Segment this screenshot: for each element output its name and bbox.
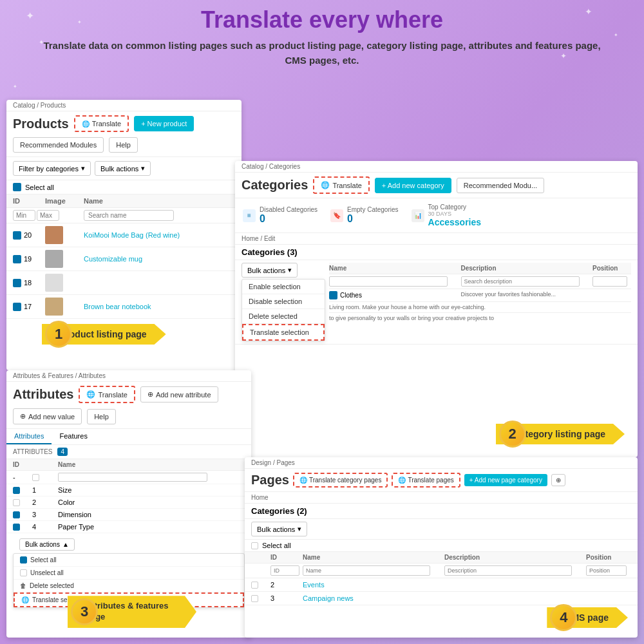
page-row-checkbox[interactable] [251,582,258,589]
products-title: Products [13,117,69,131]
top-category-stat: 📊 Top Category 30 DAYS Accessories [412,204,482,227]
tab-features[interactable]: Features [52,429,95,444]
col-image-header: Image [45,197,84,205]
filter-categories-button[interactable]: Filter by categories ▾ [13,161,91,176]
add-attribute-button[interactable]: ⊕ Add new attribute [140,386,218,402]
table-row: 18 [6,271,242,295]
row-checkbox[interactable] [13,279,21,287]
attr-checkbox-3[interactable] [13,511,20,518]
add-value-button[interactable]: ⊕ Add new value [13,408,82,424]
products-table-header: ID Image Name [6,194,242,208]
category-desc-filter[interactable] [461,276,580,287]
recommended-modules-button[interactable]: Recommended Modules [13,137,104,153]
translate-icon: 🌐 [299,477,307,484]
disable-selection-item[interactable]: Disable selection [242,294,325,309]
table-row: 20 KoiMooi Mode Bag (Red wine) [6,223,242,247]
attr-row-4: 4 Paper Type [6,521,251,533]
pages-breadcrumb: Design / Pages [245,457,638,469]
main-title: Translate every where [0,6,644,33]
plus-icon: ⊕ [147,390,153,399]
page-pos-filter[interactable] [586,565,627,576]
select-all-item[interactable]: Select all [14,554,244,567]
chevron-down-icon: ▾ [141,164,145,173]
product-name-link[interactable]: Brown bear notebook [84,303,235,310]
select-all-row: Select all [6,180,242,194]
trash-icon: 🗑 [20,582,26,589]
delete-selected-item[interactable]: 🗑 Delete selected [14,580,244,592]
attr-bulk-area: Bulk actions ▲ [6,533,251,553]
attributes-translate-button[interactable]: 🌐 Translate [79,386,135,403]
category-name-filter[interactable] [329,276,448,287]
row-checkbox[interactable] [13,255,21,263]
chevron-down-icon: ▾ [298,525,301,533]
translate-pages-button[interactable]: 🌐 Translate pages [392,473,460,488]
product-thumbnail [45,226,63,244]
attributes-panel: Attributes & Features / Attributes Attri… [6,370,251,638]
unselect-all-item[interactable]: Unselect all [14,567,244,580]
translate-icon: 🌐 [321,181,330,189]
help-button[interactable]: Help [109,137,138,153]
id-min-input[interactable] [13,210,35,221]
name-search-input[interactable] [84,210,174,221]
page-name-link[interactable]: Events [303,581,444,589]
pages-table-filter [245,564,638,578]
attr-count-row: ATTRIBUTES 4 [6,445,251,459]
delete-selected-item[interactable]: Delete selected [242,309,325,324]
attr-filter-row: - [6,471,251,484]
attributes-title: Attributes [13,387,73,402]
page-desc-filter[interactable] [444,565,572,576]
bulk-actions-button[interactable]: Bulk actions ▾ [95,161,151,176]
category-row-checkbox[interactable] [329,291,337,299]
categories-panel: Catalog / Categories Categories 🌐 Transl… [235,161,638,457]
attr-name-filter[interactable] [58,473,207,482]
attr-checkbox-2[interactable] [13,499,20,506]
category-pos-filter[interactable] [592,276,627,287]
attributes-header: Attributes 🌐 Translate ⊕ Add new attribu… [6,382,251,429]
attributes-breadcrumb: Attributes & Features / Attributes [6,370,251,382]
translate-button[interactable]: 🌐 Translate [74,115,129,132]
add-category-button[interactable]: + Add new category [375,178,451,193]
label-1-container: 1 Product listing page [45,324,166,345]
category-desc: Discover your favorites fashionable... [461,291,593,299]
pages-add-button[interactable]: ⊕ [551,474,565,486]
pages-home-link[interactable]: Home [245,492,638,504]
pages-select-all-checkbox[interactable] [251,542,258,549]
product-name-link[interactable]: KoiMooi Mode Bag (Red wine) [84,231,235,239]
label-3-container: 3 Attributes & features page [71,596,196,628]
translate-icon: 🌐 [398,477,406,484]
categories-breadcrumb: Catalog / Categories [235,161,638,173]
categories-count-heading: Categories (3) [235,245,638,260]
page-name-link[interactable]: Campaign news [303,594,444,602]
disabled-icon: ≡ [243,209,256,222]
page-row-checkbox[interactable] [251,595,258,602]
table-row: 2 Events [245,578,638,592]
row-checkbox[interactable] [13,303,21,311]
attr-table-header: ID Name [6,459,251,471]
attr-bulk-actions-button[interactable]: Bulk actions ▲ [19,538,75,551]
attr-checkbox-4[interactable] [13,524,20,531]
enable-selection-item[interactable]: Enable selection [242,279,325,294]
category-row-3: to give personality to your walls or bri… [329,313,631,323]
row-checkbox[interactable] [13,231,21,240]
product-name-link[interactable]: Customizable mug [84,255,235,263]
categories-recommended-button[interactable]: Recommended Modu... [457,178,544,193]
select-all-checkbox[interactable] [13,183,21,191]
tab-attributes[interactable]: Attributes [6,429,52,444]
page-id-filter[interactable] [270,565,299,576]
translate-selection-item[interactable]: Translate selection [242,324,325,341]
attr-count-badge: 4 [57,448,68,456]
bulk-actions-dropdown: Enable selection Disable selection Delet… [242,279,325,341]
translate-category-pages-button[interactable]: 🌐 Translate category pages [293,473,388,488]
pages-bulk-actions-button[interactable]: Bulk actions ▾ [251,522,307,536]
new-product-button[interactable]: + New product [134,116,194,131]
attr-header-checkbox[interactable] [32,474,39,481]
page-name-filter[interactable] [303,565,430,576]
categories-translate-button[interactable]: 🌐 Translate [313,176,369,194]
products-toolbar: Filter by categories ▾ Bulk actions ▾ [6,157,242,180]
product-thumbnail [45,298,63,316]
attr-checkbox-1[interactable] [13,487,20,494]
product-thumbnail [45,250,63,268]
add-page-category-button[interactable]: + Add new page category [464,474,547,486]
attributes-help-button[interactable]: Help [87,409,116,424]
categories-bulk-actions-button[interactable]: Bulk actions ▾ [242,263,298,278]
